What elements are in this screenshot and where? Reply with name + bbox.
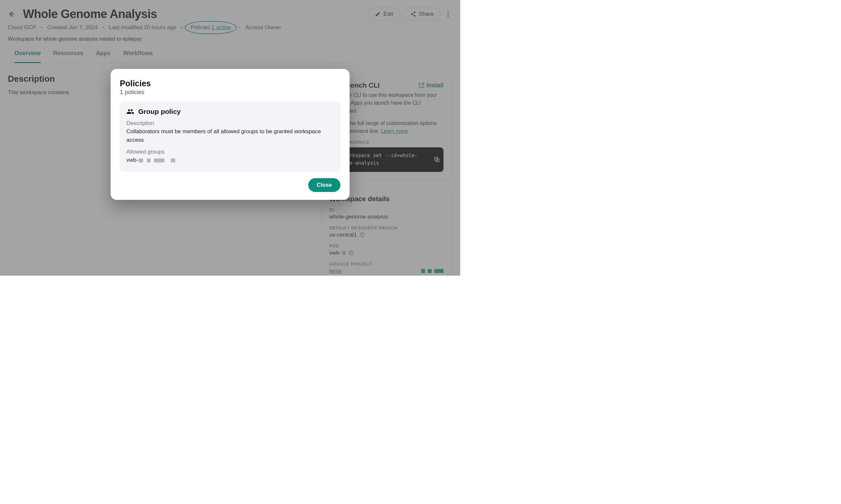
group-icon: [126, 108, 134, 115]
policy-desc-value: Collaborators must be members of all all…: [126, 127, 334, 144]
policy-groups-value: vwb-: [126, 156, 334, 164]
policy-card: Group policy Description Collaborators m…: [120, 102, 340, 172]
modal-overlay[interactable]: Policies 1 policies Group policy Descrip…: [0, 0, 460, 276]
close-button[interactable]: Close: [308, 178, 340, 192]
policy-name: Group policy: [138, 108, 181, 115]
policy-desc-label: Description: [126, 120, 334, 127]
policy-groups-label: Allowed groups: [126, 149, 334, 155]
policies-modal: Policies 1 policies Group policy Descrip…: [111, 69, 350, 200]
modal-title: Policies: [120, 79, 340, 88]
modal-subtitle: 1 policies: [120, 89, 340, 96]
